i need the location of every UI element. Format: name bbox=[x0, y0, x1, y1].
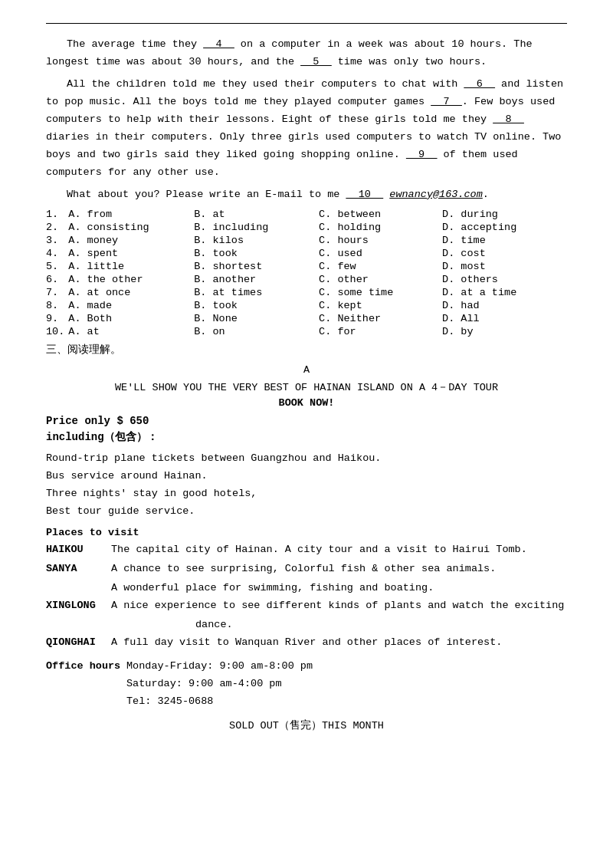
email-link[interactable]: ewnancy@163.com bbox=[389, 189, 483, 200]
q6-c: C. other bbox=[319, 273, 442, 286]
question-2: 2. A. consisting B. including C. holding… bbox=[46, 221, 567, 234]
blank-5: __5__ bbox=[300, 56, 332, 67]
section-a-label: A bbox=[46, 364, 567, 376]
place-desc-sanya: A chance to see surprising, Colorful fis… bbox=[111, 561, 567, 578]
q1-b: B. at bbox=[194, 208, 319, 221]
q8-d: D. had bbox=[442, 299, 567, 312]
q4-b: B. took bbox=[194, 247, 319, 260]
place-desc-xinglong-2: dance. bbox=[46, 616, 567, 634]
questions-section: 1. A. from B. at C. between D. during 2.… bbox=[46, 208, 567, 338]
q7-c: C. some time bbox=[319, 286, 442, 299]
q3-d: D. time bbox=[442, 234, 567, 247]
q5-a: A. little bbox=[68, 260, 194, 273]
section-three-label: 三、阅读理解。 bbox=[46, 343, 567, 357]
office-label-spacer2 bbox=[46, 693, 126, 711]
sold-out: SOLD OUT（售完）THIS MONTH bbox=[46, 718, 567, 732]
q4-d: D. cost bbox=[442, 247, 567, 260]
question-1: 1. A. from B. at C. between D. during bbox=[46, 208, 567, 221]
include-item-4: Best tour guide service. bbox=[46, 503, 567, 521]
q1-c: C. between bbox=[319, 208, 442, 221]
q7-a: A. at once bbox=[68, 286, 194, 299]
place-name-xinglong: XINGLONG bbox=[46, 597, 111, 615]
office-row-3: Tel: 3245-0688 bbox=[46, 693, 567, 711]
question-3: 3. A. money B. kilos C. hours D. time bbox=[46, 234, 567, 247]
q4-num: 4. bbox=[46, 247, 68, 260]
q10-c: C. for bbox=[319, 325, 442, 338]
office-time-1: Monday-Friday: 9:00 am-8:00 pm bbox=[126, 658, 313, 676]
q5-num: 5. bbox=[46, 260, 68, 273]
place-name-haikou: HAIKOU bbox=[46, 541, 111, 559]
page-content: The average time they __4__ on a compute… bbox=[0, 0, 613, 763]
includes-list: Round-trip plane tickets between Guangzh… bbox=[46, 450, 567, 521]
place-xinglong: XINGLONG A nice experience to see differ… bbox=[46, 597, 567, 615]
question-8: 8. A. made B. took C. kept D. had bbox=[46, 299, 567, 312]
q2-d: D. accepting bbox=[442, 221, 567, 234]
office-label: Office hours bbox=[46, 658, 126, 676]
place-desc-xinglong: A nice experience to see different kinds… bbox=[111, 597, 567, 615]
q5-b: B. shortest bbox=[194, 260, 319, 273]
question-9: 9. A. Both B. None C. Neither D. All bbox=[46, 312, 567, 325]
q6-a: A. the other bbox=[68, 273, 194, 286]
ad-title-line2: BOOK NOW! bbox=[46, 397, 567, 409]
options-table: 1. A. from B. at C. between D. during 2.… bbox=[46, 208, 567, 338]
place-name-qionghai: QIONGHAI bbox=[46, 634, 111, 652]
blank-4: __4__ bbox=[203, 38, 234, 50]
q6-num: 6. bbox=[46, 273, 68, 286]
q8-a: A. made bbox=[68, 299, 194, 312]
place-desc-haikou: The capital city of Hainan. A city tour … bbox=[111, 541, 567, 559]
q2-a: A. consisting bbox=[68, 221, 194, 234]
blank-9: __9__ bbox=[406, 149, 438, 160]
place-qionghai: QIONGHAI A full day visit to Wanquan Riv… bbox=[46, 634, 567, 652]
q7-d: D. at a time bbox=[442, 286, 567, 299]
including-line: including（包含）： bbox=[46, 430, 567, 444]
blank-8: __8__ bbox=[493, 113, 524, 125]
q10-a: A. at bbox=[68, 325, 194, 338]
include-item-2: Bus service around Hainan. bbox=[46, 468, 567, 485]
include-item-3: Three nights' stay in good hotels, bbox=[46, 485, 567, 503]
ad-title-line1: WE'LL SHOW YOU THE VERY BEST OF HAINAN I… bbox=[46, 380, 567, 394]
places-list: HAIKOU The capital city of Hainan. A cit… bbox=[46, 541, 567, 652]
q8-b: B. took bbox=[194, 299, 319, 312]
q4-a: A. spent bbox=[68, 247, 194, 260]
q3-num: 3. bbox=[46, 234, 68, 247]
q9-num: 9. bbox=[46, 312, 68, 325]
q10-num: 10. bbox=[46, 325, 68, 338]
q6-d: D. others bbox=[442, 273, 567, 286]
price-line: Price only $ 650 bbox=[46, 415, 567, 427]
place-desc-qionghai: A full day visit to Wanquan River and ot… bbox=[111, 634, 567, 652]
office-row-2: Saturday: 9:00 am-4:00 pm bbox=[46, 676, 567, 693]
q9-a: A. Both bbox=[68, 312, 194, 325]
q1-d: D. during bbox=[442, 208, 567, 221]
office-hours-section: Office hours Monday-Friday: 9:00 am-8:00… bbox=[46, 658, 567, 711]
q8-num: 8. bbox=[46, 299, 68, 312]
office-row-1: Office hours Monday-Friday: 9:00 am-8:00… bbox=[46, 658, 567, 676]
question-7: 7. A. at once B. at times C. some time D… bbox=[46, 286, 567, 299]
q2-c: C. holding bbox=[319, 221, 442, 234]
office-label-spacer bbox=[46, 676, 126, 693]
q1-num: 1. bbox=[46, 208, 68, 221]
blank-7: __7__ bbox=[431, 96, 462, 107]
q9-c: C. Neither bbox=[319, 312, 442, 325]
q10-b: B. on bbox=[194, 325, 319, 338]
q9-b: B. None bbox=[194, 312, 319, 325]
blank-10: __10__ bbox=[346, 189, 384, 200]
q8-c: C. kept bbox=[319, 299, 442, 312]
place-name-sanya: SANYA bbox=[46, 561, 111, 578]
q5-d: D. most bbox=[442, 260, 567, 273]
q3-b: B. kilos bbox=[194, 234, 319, 247]
paragraph-3: What about you? Please write an E-mail t… bbox=[46, 186, 567, 204]
office-time-2: Saturday: 9:00 am-4:00 pm bbox=[126, 676, 282, 693]
include-item-1: Round-trip plane tickets between Guangzh… bbox=[46, 450, 567, 468]
q1-a: A. from bbox=[68, 208, 194, 221]
q3-c: C. hours bbox=[319, 234, 442, 247]
blank-6: __6__ bbox=[464, 78, 495, 90]
paragraph-1: The average time they __4__ on a compute… bbox=[46, 36, 567, 71]
top-divider bbox=[46, 23, 567, 24]
q7-b: B. at times bbox=[194, 286, 319, 299]
question-10: 10. A. at B. on C. for D. by bbox=[46, 325, 567, 338]
places-header: Places to visit bbox=[46, 527, 567, 538]
q3-a: A. money bbox=[68, 234, 194, 247]
q2-num: 2. bbox=[46, 221, 68, 234]
paragraph-2: All the children told me they used their… bbox=[46, 76, 567, 182]
question-5: 5. A. little B. shortest C. few D. most bbox=[46, 260, 567, 273]
